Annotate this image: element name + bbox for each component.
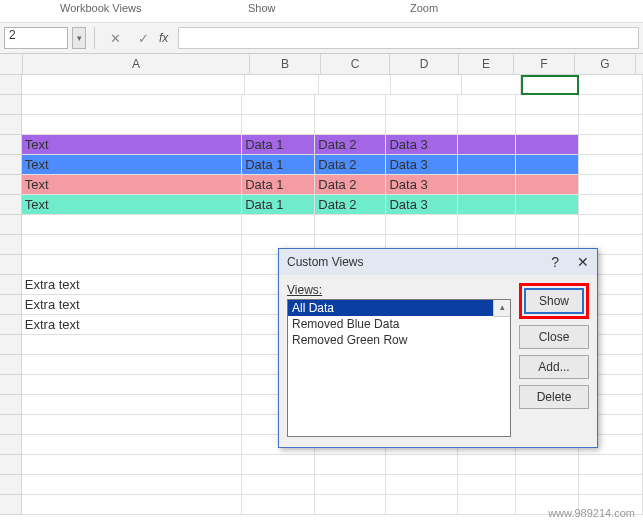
list-item[interactable]: Removed Blue Data xyxy=(288,316,510,332)
col-header-f[interactable]: F xyxy=(514,54,575,74)
cell[interactable]: Data 3 xyxy=(386,155,457,175)
row-header[interactable] xyxy=(0,335,22,355)
cell[interactable] xyxy=(458,455,516,475)
row-header[interactable] xyxy=(0,455,22,475)
row-header[interactable] xyxy=(0,395,22,415)
delete-button[interactable]: Delete xyxy=(519,385,589,409)
list-item[interactable]: All Data xyxy=(288,300,510,316)
cell[interactable] xyxy=(22,395,242,415)
cell[interactable] xyxy=(458,175,516,195)
cell[interactable] xyxy=(516,175,580,195)
cell[interactable]: Extra text xyxy=(22,295,242,315)
cell[interactable] xyxy=(458,95,516,115)
cell[interactable] xyxy=(22,375,242,395)
row-header[interactable] xyxy=(0,115,22,135)
show-button[interactable]: Show xyxy=(524,288,584,314)
cell[interactable] xyxy=(516,95,580,115)
row-header[interactable] xyxy=(0,95,22,115)
cell[interactable] xyxy=(579,475,643,495)
cell[interactable] xyxy=(315,495,386,515)
cell[interactable] xyxy=(22,95,242,115)
cell[interactable] xyxy=(22,455,242,475)
cell[interactable]: Data 2 xyxy=(315,175,386,195)
cell[interactable] xyxy=(516,475,580,495)
cell[interactable] xyxy=(315,95,386,115)
cell[interactable] xyxy=(319,75,391,95)
cell[interactable] xyxy=(22,255,242,275)
row-header[interactable] xyxy=(0,315,22,335)
cell[interactable] xyxy=(579,135,643,155)
cell[interactable]: Text xyxy=(22,155,242,175)
cell[interactable] xyxy=(458,215,516,235)
cell[interactable] xyxy=(579,95,643,115)
cell[interactable]: Data 1 xyxy=(242,155,315,175)
col-header-e[interactable]: E xyxy=(459,54,514,74)
cell[interactable] xyxy=(242,475,315,495)
cell[interactable]: Text xyxy=(22,135,242,155)
cell[interactable] xyxy=(458,475,516,495)
row-header[interactable] xyxy=(0,475,22,495)
row-header[interactable] xyxy=(0,435,22,455)
row-header[interactable] xyxy=(0,135,22,155)
cell[interactable] xyxy=(391,75,463,95)
cell[interactable] xyxy=(516,215,580,235)
cell[interactable]: Data 3 xyxy=(386,195,457,215)
cell[interactable] xyxy=(242,215,315,235)
cell[interactable] xyxy=(315,475,386,495)
cell[interactable] xyxy=(386,215,457,235)
selected-cell[interactable] xyxy=(521,75,579,95)
cell[interactable]: Extra text xyxy=(22,275,242,295)
row-header[interactable] xyxy=(0,75,22,95)
cell[interactable] xyxy=(386,495,457,515)
col-header-a[interactable]: A xyxy=(23,54,250,74)
cell[interactable]: Data 3 xyxy=(386,135,457,155)
cell[interactable] xyxy=(579,175,643,195)
cell[interactable]: Data 1 xyxy=(242,195,315,215)
row-header[interactable] xyxy=(0,355,22,375)
cell[interactable] xyxy=(516,135,580,155)
cell[interactable] xyxy=(579,75,643,95)
cell[interactable] xyxy=(242,95,315,115)
cell[interactable] xyxy=(579,455,643,475)
cell[interactable] xyxy=(315,215,386,235)
col-header-g[interactable]: G xyxy=(575,54,636,74)
cell[interactable] xyxy=(458,155,516,175)
col-header-d[interactable]: D xyxy=(390,54,459,74)
cell[interactable] xyxy=(22,495,242,515)
cell[interactable]: Data 1 xyxy=(242,175,315,195)
select-all-triangle[interactable] xyxy=(0,54,23,74)
cell[interactable] xyxy=(242,455,315,475)
cell[interactable] xyxy=(245,75,319,95)
cell[interactable]: Text xyxy=(22,175,242,195)
cell[interactable] xyxy=(315,455,386,475)
row-header[interactable] xyxy=(0,255,22,275)
col-header-c[interactable]: C xyxy=(321,54,390,74)
cell[interactable] xyxy=(22,75,245,95)
list-item[interactable]: Removed Green Row xyxy=(288,332,510,348)
views-listbox[interactable]: All Data Removed Blue Data Removed Green… xyxy=(287,299,511,437)
cell[interactable] xyxy=(22,475,242,495)
cell[interactable] xyxy=(22,235,242,255)
formula-input[interactable] xyxy=(178,27,639,49)
cell[interactable] xyxy=(516,115,580,135)
row-header[interactable] xyxy=(0,295,22,315)
cell[interactable] xyxy=(516,155,580,175)
cell[interactable]: Data 2 xyxy=(315,155,386,175)
cell[interactable] xyxy=(386,475,457,495)
scroll-up-icon[interactable]: ▴ xyxy=(493,300,510,317)
cell[interactable] xyxy=(22,335,242,355)
cell[interactable] xyxy=(242,115,315,135)
cell[interactable] xyxy=(516,195,580,215)
close-button[interactable]: Close xyxy=(519,325,589,349)
row-header[interactable] xyxy=(0,155,22,175)
row-header[interactable] xyxy=(0,275,22,295)
cell[interactable]: Data 2 xyxy=(315,135,386,155)
col-header-b[interactable]: B xyxy=(250,54,321,74)
cell[interactable] xyxy=(22,355,242,375)
cell[interactable]: Data 3 xyxy=(386,175,457,195)
cell[interactable]: Data 1 xyxy=(242,135,315,155)
row-header[interactable] xyxy=(0,495,22,515)
dialog-help-button[interactable]: ? xyxy=(551,254,559,270)
row-header[interactable] xyxy=(0,215,22,235)
cell[interactable] xyxy=(579,155,643,175)
